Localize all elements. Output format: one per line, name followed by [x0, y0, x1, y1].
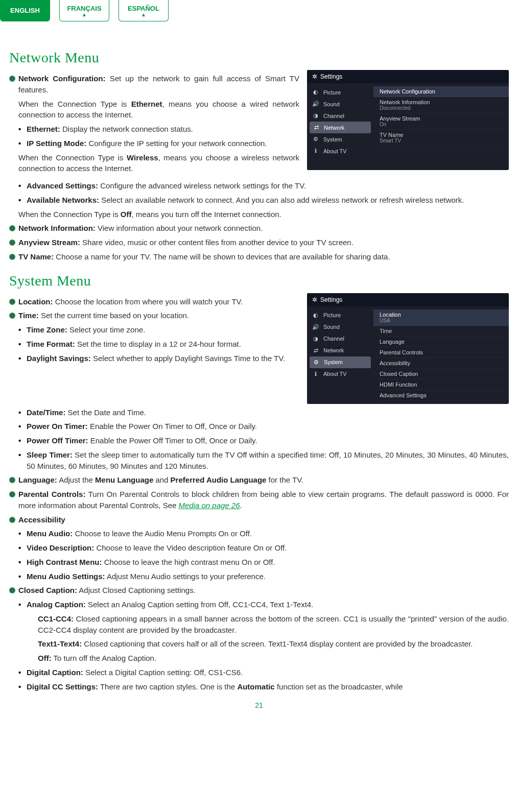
opt-location[interactable]: LocationUSA	[373, 309, 509, 326]
side-channel[interactable]: ◑Channel	[307, 333, 373, 345]
item-timeformat: Time Format: Set the time to display in …	[27, 339, 299, 350]
item-language: Language: Adjust the Menu Language and P…	[18, 474, 509, 486]
opt-net-config[interactable]: Network Configuration	[373, 86, 509, 97]
sound-icon: 🔊	[312, 101, 319, 107]
picture-icon: ◐	[312, 312, 319, 319]
item-poweron: Power On Timer: Enable the Power On Time…	[27, 421, 509, 432]
item-tvname: TV Name: Choose a name for your TV. The …	[18, 251, 509, 262]
side-network[interactable]: ⇄Network	[307, 345, 373, 356]
opt-anyview[interactable]: Anyview StreamOn	[379, 113, 504, 130]
item-menu-audio: Menu Audio: Choose to leave the Audio Me…	[27, 528, 509, 539]
network-icon: ⇄	[313, 124, 320, 131]
channel-icon: ◑	[312, 336, 319, 342]
side-about[interactable]: ℹAbout TV	[307, 145, 373, 157]
item-poweroff: Power Off Timer: Enable the Power Off Ti…	[27, 435, 509, 446]
panel-title: Settings	[320, 296, 342, 303]
chevron-up-icon: ▲	[82, 13, 87, 16]
tab-label: ESPAÑOL	[128, 5, 159, 12]
item-closed-caption: Closed Caption: Adjust Closed Captioning…	[18, 585, 509, 596]
side-sound[interactable]: 🔊Sound	[307, 98, 373, 110]
tab-espanol[interactable]: ESPAÑOL▲	[119, 0, 169, 21]
language-tabs: ENGLISH FRANÇAIS▲ ESPAÑOL▲	[0, 0, 509, 21]
item-parental: Parental Controls: Turn On Parental Cont…	[18, 489, 509, 511]
panel-title: Settings	[320, 73, 342, 80]
item-digital-caption: Digital Caption: Select a Digital Captio…	[27, 667, 509, 678]
text-ethernet-intro: When the Connection Type is Ethernet, me…	[18, 99, 299, 121]
tab-francais[interactable]: FRANÇAIS▲	[59, 0, 109, 21]
item-ethernet: Ethernet: Display the network connection…	[27, 124, 299, 135]
tab-label: ENGLISH	[10, 7, 40, 14]
page-number: 21	[9, 701, 509, 709]
side-channel[interactable]: ◑Channel	[307, 110, 373, 122]
item-menu-audio-settings: Menu Audio Settings: Adjust Menu Audio s…	[27, 571, 509, 582]
info-icon: ℹ	[312, 148, 319, 154]
text-off-cc: Off: To turn off the Analog Caption.	[9, 653, 509, 664]
item-accessibility: Accessibility	[18, 514, 509, 526]
opt-parental[interactable]: Parental Controls	[379, 347, 504, 358]
item-network-configuration: Network Configuration: Set up the networ…	[18, 73, 299, 95]
side-sound[interactable]: 🔊Sound	[307, 321, 373, 333]
sound-icon: 🔊	[312, 324, 319, 330]
side-picture[interactable]: ◐Picture	[307, 309, 373, 321]
item-analog-caption: Analog Caption: Select an Analog Caption…	[27, 599, 509, 610]
channel-icon: ◑	[312, 112, 319, 119]
text-text1-4: Text1-Text4: Closed captioning that cove…	[9, 638, 509, 650]
item-sleep: Sleep Timer: Set the sleep timer to auto…	[27, 449, 509, 472]
gear-icon: ✲	[312, 296, 317, 303]
item-video-desc: Video Description: Choose to leave the V…	[27, 542, 509, 554]
opt-accessibility[interactable]: Accessibility	[379, 358, 504, 369]
opt-hdmi[interactable]: HDMI Function	[379, 379, 504, 390]
settings-panel-system: ✲Settings ◐Picture 🔊Sound ◑Channel ⇄Netw…	[307, 293, 509, 404]
opt-net-info[interactable]: Network InformationDisconnected	[379, 97, 504, 113]
item-digital-cc-settings: Digital CC Settings: There are two capti…	[27, 681, 509, 692]
network-icon: ⇄	[312, 347, 319, 354]
item-ip-setting: IP Setting Mode: Configure the IP settin…	[27, 138, 299, 149]
heading-system-menu: System Menu	[9, 273, 509, 289]
side-system[interactable]: ⚙System	[307, 133, 373, 145]
picture-icon: ◐	[312, 89, 319, 95]
system-icon: ⚙	[312, 136, 319, 142]
opt-time[interactable]: Time	[379, 326, 504, 337]
opt-closed-caption[interactable]: Closed Caption	[379, 369, 504, 379]
side-system[interactable]: ⚙System	[310, 356, 371, 368]
item-advanced: Advanced Settings: Configure the advance…	[27, 180, 509, 192]
item-high-contrast: High Contrast Menu: Choose to leave the …	[27, 557, 509, 568]
side-picture[interactable]: ◐Picture	[307, 86, 373, 98]
item-net-info: Network Information: View information ab…	[18, 223, 509, 234]
side-network[interactable]: ⇄Network	[310, 122, 371, 133]
link-media-page-26[interactable]: Media on page 26	[179, 501, 240, 510]
info-icon: ℹ	[312, 371, 319, 377]
item-datetime: Date/Time: Set the Date and Time.	[27, 407, 509, 418]
tab-label: FRANÇAIS	[67, 5, 101, 12]
opt-advanced[interactable]: Advanced Settings	[379, 390, 504, 401]
text-wireless-intro: When the Connection Type is Wireless, me…	[18, 152, 299, 175]
heading-network-menu: Network Menu	[9, 50, 509, 66]
item-time: Time: Set the current time based on your…	[18, 310, 299, 321]
tab-english[interactable]: ENGLISH	[0, 0, 50, 21]
item-location: Location: Choose the location from where…	[18, 296, 299, 307]
chevron-up-icon: ▲	[141, 13, 146, 16]
opt-tvname[interactable]: TV NameSmart TV	[379, 130, 504, 146]
item-available-networks: Available Networks: Select an available …	[27, 195, 509, 206]
text-cc1-cc4: CC1-CC4: Closed captioning appears in a …	[9, 613, 509, 636]
item-anyview: Anyview Stream: Share video, music or ot…	[18, 237, 509, 248]
opt-language[interactable]: Language	[379, 337, 504, 347]
system-icon: ⚙	[313, 359, 320, 366]
item-timezone: Time Zone: Select your time zone.	[27, 324, 299, 336]
text-off-intro: When the Connection Type is Off, means y…	[18, 209, 509, 220]
gear-icon: ✲	[312, 73, 317, 80]
item-daylight: Daylight Savings: Select whether to appl…	[27, 353, 299, 364]
settings-panel-network: ✲Settings ◐Picture 🔊Sound ◑Channel ⇄Netw…	[307, 70, 509, 170]
side-about[interactable]: ℹAbout TV	[307, 368, 373, 380]
